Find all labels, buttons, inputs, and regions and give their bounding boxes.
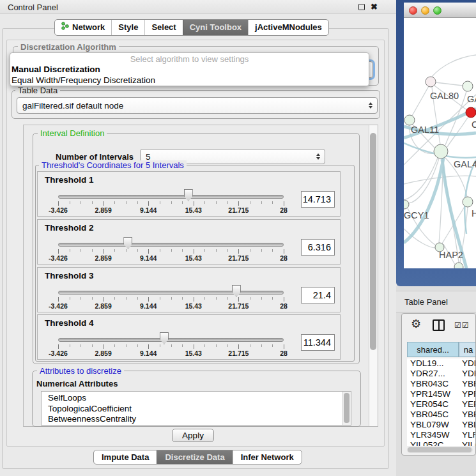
attributes-scrollbar-thumb[interactable]	[344, 393, 349, 423]
minimize-traffic-light-icon[interactable]	[421, 6, 429, 15]
table-row[interactable]: YDR27...YDR2...	[407, 369, 476, 379]
attribute-item-selfloops[interactable]: SelfLoops	[48, 393, 351, 404]
threshold-label: Threshold 3	[45, 271, 94, 280]
node-table[interactable]: YDL19...YDL1...YDR27...YDR2...YBR043CYBR…	[407, 358, 476, 446]
tick-mark	[92, 201, 93, 204]
threshold-slider-thumb[interactable]	[160, 332, 169, 344]
table-row[interactable]: YPR145WYPR1...	[407, 389, 476, 399]
network-node-node-bottom[interactable]	[454, 263, 463, 268]
network-node-selected-red[interactable]	[466, 107, 476, 118]
network-node-gal4[interactable]	[434, 144, 448, 158]
table-row[interactable]: YDL19...YDL1...	[407, 358, 476, 369]
gear-icon[interactable]: ⚙	[411, 317, 421, 331]
tab-jactivemnodules[interactable]: jActiveMNodules	[248, 20, 328, 35]
network-icon	[61, 20, 69, 35]
numerical-attributes-list[interactable]: SelfLoopsTopologicalCoefficientBetweenne…	[41, 391, 351, 426]
network-window-titlebar[interactable]	[404, 3, 476, 18]
threshold-2-panel: Threshold 2-3.4262.8599.14415.4321.71528…	[37, 219, 341, 265]
tick-mark	[137, 201, 138, 204]
tick-mark	[160, 201, 160, 204]
threshold-slider-thumb[interactable]	[232, 285, 241, 297]
tick-mark	[272, 249, 273, 252]
tick-mark	[70, 249, 70, 252]
threshold-slider-track[interactable]	[58, 338, 284, 342]
node-label-h: H	[472, 208, 476, 219]
network-view-canvas[interactable]: GAL80GAGAL11CGAL4GCY1HHAP2	[404, 18, 476, 268]
threshold-slider-track[interactable]	[58, 195, 284, 199]
attribute-item-betweennesscentrality[interactable]: BetweennessCentrality	[48, 414, 351, 425]
tab-label: Infer Network	[241, 450, 294, 464]
control-panel-titlebar: Control Panel ✖	[0, 0, 396, 14]
tick-mark	[137, 344, 138, 347]
table-row[interactable]: YLR345WYLR3...	[407, 430, 476, 440]
tick-mark	[58, 201, 59, 206]
table-data-selected-value: galFiltered.sif default node	[22, 101, 123, 111]
table-row[interactable]: YBR045CYBR0...	[407, 410, 476, 420]
tab-infer-network[interactable]: Infer Network	[233, 450, 302, 464]
network-node-node-top-right[interactable]	[463, 81, 473, 91]
threshold-value-field[interactable]: 11.344	[301, 334, 335, 351]
table-row[interactable]: YER054CYER0...	[407, 399, 476, 410]
cell-name: YDL1...	[459, 358, 476, 369]
column-layout-icon[interactable]	[433, 319, 445, 331]
network-node-gal80[interactable]	[426, 77, 436, 87]
tick-mark	[216, 249, 217, 252]
threshold-slider-track[interactable]	[58, 243, 284, 247]
threshold-slider-thumb[interactable]	[184, 189, 193, 201]
cell-name: YER0...	[459, 399, 476, 410]
close-icon[interactable]: ✖	[371, 2, 378, 12]
tab-discretize-data[interactable]: Discretize Data	[157, 450, 232, 464]
discretization-algorithm-group-title: Discretization Algorithm	[18, 42, 119, 52]
checkbox-icons[interactable]: ☑☑	[454, 321, 470, 330]
tick-label: 28	[280, 254, 288, 262]
tab-impute-data[interactable]: Impute Data	[94, 450, 157, 464]
table-hscrollbar-track[interactable]	[407, 447, 473, 453]
tick-label: 21.715	[228, 254, 249, 262]
tick-mark	[92, 297, 93, 300]
table-row[interactable]: YBR043CYBR0...	[407, 379, 476, 389]
table-row[interactable]: YIL052CYIL0...	[407, 440, 476, 446]
node-label-gal11: GAL11	[411, 125, 439, 135]
threshold-value-field[interactable]: 14.713	[301, 191, 335, 208]
algorithm-option-manual-discretization[interactable]: Manual Discretization	[10, 65, 369, 75]
close-traffic-light-icon[interactable]	[409, 6, 417, 15]
column-header-name[interactable]: na	[459, 342, 476, 357]
attributes-group-title: Attributes to discretize	[37, 366, 124, 376]
column-header-shared-name[interactable]: shared...	[407, 342, 459, 357]
tick-mark	[238, 249, 239, 254]
tick-mark	[148, 297, 149, 302]
network-node-h-node[interactable]	[463, 197, 473, 207]
threshold-3-panel: Threshold 3-3.4262.8599.14415.4321.71528…	[37, 267, 341, 312]
threshold-value-field[interactable]: 6.316	[301, 239, 335, 256]
cell-name: YPR1...	[459, 389, 476, 399]
tick-mark	[126, 249, 127, 252]
network-node-gcy1[interactable]	[404, 200, 409, 209]
settings-scrollbar-thumb[interactable]	[370, 133, 376, 350]
algorithm-option-equal-width-frequency-discretization[interactable]: Equal Width/Frequency Discretization	[10, 75, 369, 86]
tab-cyni-toolbox[interactable]: Cyni Toolbox	[183, 20, 248, 35]
tab-style[interactable]: Style	[111, 20, 144, 35]
tick-label: 9.144	[140, 206, 157, 214]
table-hscrollbar-thumb[interactable]	[408, 447, 472, 452]
network-node-gal11[interactable]	[404, 115, 415, 125]
tab-select[interactable]: Select	[144, 20, 182, 35]
tick-mark	[261, 297, 262, 300]
table-data-select[interactable]: galFiltered.sif default node	[17, 97, 378, 114]
threshold-slider-thumb[interactable]	[123, 237, 132, 249]
tick-mark	[114, 201, 115, 204]
tick-mark	[284, 297, 284, 302]
threshold-value-field[interactable]: 21.4	[301, 287, 335, 303]
attribute-item-topologicalcoefficient[interactable]: TopologicalCoefficient	[48, 404, 351, 415]
apply-button[interactable]: Apply	[172, 429, 214, 442]
cell-shared-name: YDR27...	[407, 369, 459, 379]
table-row[interactable]: YBL079WYBL0...	[407, 420, 476, 430]
tick-mark	[227, 344, 228, 347]
tick-mark	[194, 201, 194, 206]
tab-network[interactable]: Network	[55, 20, 111, 35]
tick-mark	[250, 344, 250, 347]
threshold-slider-track[interactable]	[58, 291, 284, 295]
cell-name: YBR0...	[459, 410, 476, 420]
tick-mark	[238, 201, 239, 206]
zoom-traffic-light-icon[interactable]	[433, 6, 441, 15]
float-panel-icon[interactable]	[358, 4, 365, 10]
